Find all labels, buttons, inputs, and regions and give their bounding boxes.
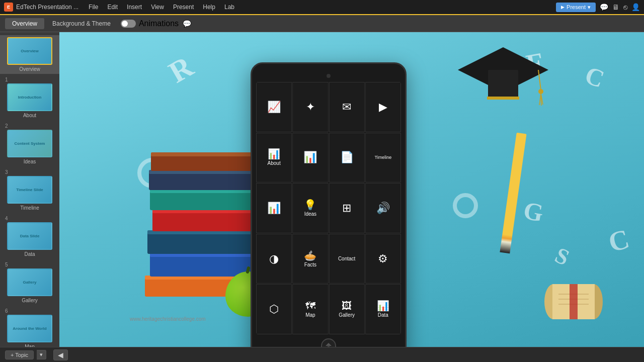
website-watermark: www.heritagechristiancollege.com [130,316,206,322]
user-icon[interactable]: 👤 [631,3,640,11]
tablet-cell-barchart[interactable]: 📊 [292,133,328,183]
slide-item-ideas[interactable]: 2 Content System Ideas [0,121,59,166]
toolbar: Overview Background & Theme Animations 💬 [0,15,644,32]
comment-icon[interactable]: 💬 [183,20,191,28]
svg-rect-13 [151,152,263,156]
slide-label-overview: Overview [19,66,40,72]
main-area: Overview Overview 1 Introduction About 2… [0,32,644,347]
tablet-cell-media[interactable]: ▶ [365,82,401,132]
menu-file[interactable]: File [85,3,102,12]
svg-rect-15 [488,70,518,98]
tab-overview[interactable]: Overview [5,18,44,29]
tablet-cell-ideas[interactable]: 💡 Ideas [292,183,328,233]
slide-thumb-data: Data Slide [7,222,52,250]
svg-rect-6 [152,210,263,231]
menu-present[interactable]: Present [169,3,198,12]
tablet-cell-contact[interactable]: Contact [329,234,365,284]
menu-help[interactable]: Help [199,3,219,12]
tablet-cell-timeline[interactable]: Timeline [365,133,401,183]
screen-icon[interactable]: 🖥 [612,3,619,11]
play-icon: ▶ [561,5,565,10]
slide-thumb-gallery: Gallery [7,268,52,296]
app-title: EdTech Presentation ... [16,4,78,11]
tablet-cell-mail[interactable]: ✉ [329,82,365,132]
tablet-cell-doc[interactable]: 📄 [329,133,365,183]
svg-rect-16 [487,97,519,100]
tablet-cell-hexagon[interactable]: ⬡ [256,284,292,334]
animations-switch[interactable] [121,20,136,28]
chat-icon[interactable]: 💬 [600,3,608,11]
menu-edit[interactable]: Edit [103,3,122,12]
tablet-home-button[interactable] [321,338,336,347]
slide-item-data[interactable]: 4 Data Slide Data [0,214,59,259]
slide-label-ideas: Ideas [24,159,36,164]
topbar-right: ▶ Present ▾ 💬 🖥 ⎋ 👤 [556,3,640,12]
share-icon[interactable]: ⎋ [623,3,627,11]
canvas-area: R S F C C G O S [59,32,644,347]
slide-item-map[interactable]: 6 Around the World Map [0,306,59,347]
tablet-cell-volume[interactable]: 🔊 [365,183,401,233]
tablet-cell-about[interactable]: 📊 About [256,133,292,183]
tablet-camera [327,74,331,78]
tablet-cell-facts[interactable]: 🥧 Facts [292,234,328,284]
tablet-cell-settings[interactable]: ⚙ [365,234,401,284]
tablet-cell-map[interactable]: 🗺 Map [292,284,328,334]
svg-rect-4 [147,231,266,254]
tablet-cell-piechart[interactable]: ◑ [256,234,292,284]
slide-item-timeline[interactable]: 3 Timeline Slide Timeline [0,167,59,213]
svg-marker-30 [326,343,332,346]
app-logo: E [4,3,13,12]
animations-label: Animations [139,19,179,28]
slide-item-gallery[interactable]: 5 Gallery Gallery [0,260,59,305]
tablet-cell-gallery[interactable]: 🖼 Gallery [329,284,365,334]
dropdown-arrow: ▾ [588,4,591,11]
tablet-cell-data[interactable]: 📊 Data [365,284,401,334]
sidebar: Overview Overview 1 Introduction About 2… [0,32,59,347]
top-bar: E EdTech Presentation ... File Edit Inse… [0,0,644,15]
tablet-screen: 📈 ✦ ✉ ▶ 📊 About 📊 [256,82,401,334]
slide-thumb-about: Introduction [7,83,52,111]
slide-item-about[interactable]: 1 Introduction About [0,75,59,120]
slide-label-timeline: Timeline [20,205,39,211]
slide-label-gallery: Gallery [22,298,38,303]
svg-point-18 [538,89,543,94]
present-button[interactable]: ▶ Present ▾ [556,3,596,12]
slide-thumb-ideas: Content System [7,130,52,157]
menu-lab[interactable]: Lab [220,3,238,12]
present-label: Present [567,4,586,10]
circle-decoration-2 [453,193,478,218]
bottom-bar: + Topic ▾ ◀ [0,347,644,362]
back-button[interactable]: ◀ [53,349,68,360]
graduation-cap [453,37,553,118]
tab-background-theme[interactable]: Background & Theme [45,18,118,29]
slide-label-about: About [23,113,36,118]
slide-label-data: Data [24,251,35,257]
menu-view[interactable]: View [147,3,168,12]
slide-thumb-map: Around the World [7,315,52,342]
diploma-scroll [543,282,604,322]
animations-toggle: Animations [121,19,179,28]
slide-thumb-timeline: Timeline Slide [7,176,52,204]
slide-thumb-overview: Overview [7,37,52,65]
menu-insert[interactable]: Insert [123,3,146,12]
tablet: 📈 ✦ ✉ ▶ 📊 About 📊 [251,62,407,347]
slide-item-overview[interactable]: Overview Overview [0,35,59,74]
menu-bar: File Edit Insert View Present Help Lab [85,3,238,12]
topic-dropdown-arrow[interactable]: ▾ [37,350,46,359]
tablet-cell-chart1[interactable]: 📈 [256,82,292,132]
topic-button[interactable]: + Topic [5,350,34,359]
slide-label-map: Map [25,344,34,347]
svg-rect-28 [570,284,578,319]
tablet-cell-barchart2[interactable]: 📊 [256,183,292,233]
svg-rect-29 [328,346,330,347]
tablet-cell-grid[interactable]: ⊞ [329,183,365,233]
tablet-cell-network[interactable]: ✦ [292,82,328,132]
